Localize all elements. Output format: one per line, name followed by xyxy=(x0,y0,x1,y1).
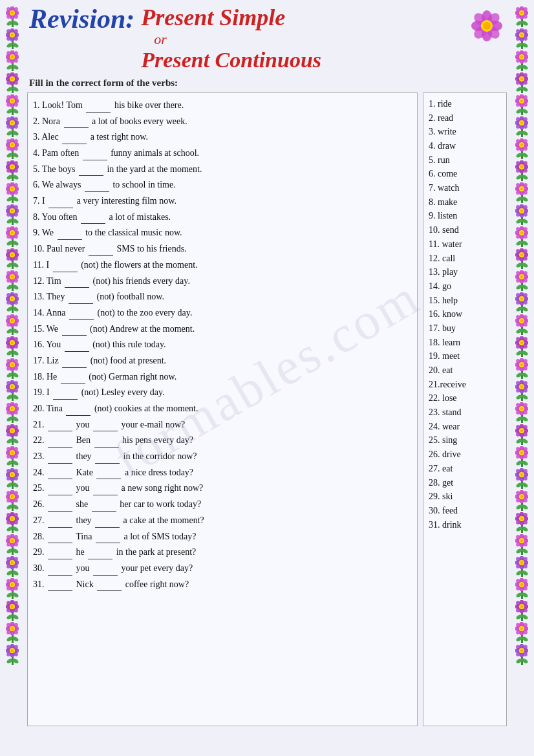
fill-blank[interactable] xyxy=(48,433,72,448)
svg-point-539 xyxy=(520,517,524,521)
word-list-item: 3. write xyxy=(429,125,501,139)
border-flower xyxy=(513,226,531,247)
word-list-item: 1. ride xyxy=(429,97,501,111)
svg-point-259 xyxy=(11,561,14,565)
svg-point-19 xyxy=(11,34,14,37)
border-flower xyxy=(3,6,21,27)
word-list-item: 10. send xyxy=(429,223,501,237)
svg-point-389 xyxy=(520,188,524,191)
title-or: or xyxy=(154,31,167,48)
fill-blank[interactable] xyxy=(95,449,120,464)
fill-blank[interactable] xyxy=(96,465,121,480)
fill-blank[interactable] xyxy=(79,162,103,177)
fill-blank[interactable] xyxy=(93,481,118,495)
fill-blank[interactable] xyxy=(53,385,78,400)
exercise-item: 20. Tina (not) cookies at the moment. xyxy=(33,400,412,416)
border-flower xyxy=(513,116,531,137)
svg-point-169 xyxy=(11,363,14,367)
svg-point-339 xyxy=(520,78,524,81)
fill-blank[interactable] xyxy=(66,401,91,416)
fill-blank[interactable] xyxy=(97,577,122,592)
border-flower xyxy=(513,402,531,423)
exercise-item: 9. We to the classical music now. xyxy=(33,224,412,241)
main-exercise: 1. Look! Tom his bike over there.2. Nora… xyxy=(27,92,418,726)
fill-blank[interactable] xyxy=(48,449,72,464)
border-flower xyxy=(3,490,21,511)
border-flower xyxy=(513,6,531,27)
svg-point-249 xyxy=(11,539,14,543)
svg-point-559 xyxy=(520,561,524,565)
word-list-item: 25. sing xyxy=(429,433,501,448)
fill-blank[interactable] xyxy=(81,210,105,224)
fill-blank[interactable] xyxy=(94,433,119,448)
title-present-continuous: Present Continuous xyxy=(141,48,321,72)
fill-blank[interactable] xyxy=(48,561,72,576)
border-flower xyxy=(513,512,531,533)
border-flower xyxy=(3,204,21,225)
svg-point-219 xyxy=(11,473,14,477)
fill-blank[interactable] xyxy=(65,337,89,352)
exercise-item: 4. Pam often funny animals at school. xyxy=(33,145,412,161)
fill-blank[interactable] xyxy=(48,481,72,495)
fill-blank[interactable] xyxy=(48,529,72,544)
exercise-item: 14. Anna (not) to the zoo every day. xyxy=(33,305,412,321)
border-flower xyxy=(513,534,531,555)
border-flower xyxy=(3,182,21,203)
border-flower xyxy=(3,468,21,489)
fill-blank[interactable] xyxy=(69,289,93,304)
fill-blank[interactable] xyxy=(48,417,72,432)
fill-blank[interactable] xyxy=(89,241,113,256)
word-list-item: 14. go xyxy=(429,279,501,294)
fill-blank[interactable] xyxy=(95,513,120,528)
fill-blank[interactable] xyxy=(48,513,72,528)
border-flower xyxy=(3,380,21,401)
svg-point-419 xyxy=(520,254,524,257)
svg-point-89 xyxy=(11,188,14,191)
fill-blank[interactable] xyxy=(48,497,72,512)
border-flower xyxy=(513,600,531,621)
border-flower xyxy=(3,644,21,665)
word-list-item: 22. lose xyxy=(429,391,501,405)
fill-blank[interactable] xyxy=(65,274,89,288)
fill-blank[interactable] xyxy=(53,257,78,272)
exercise-item: 11. I (not) the flowers at the moment. xyxy=(33,257,412,273)
border-flower xyxy=(513,270,531,291)
svg-point-109 xyxy=(11,232,14,235)
svg-point-519 xyxy=(520,473,524,477)
fill-blank[interactable] xyxy=(62,321,87,336)
fill-blank[interactable] xyxy=(92,497,116,512)
word-list-item: 11. water xyxy=(429,237,501,252)
border-flower xyxy=(3,578,21,599)
border-flower xyxy=(3,248,21,269)
fill-blank[interactable] xyxy=(85,177,109,192)
fill-blank[interactable] xyxy=(88,545,112,559)
fill-blank[interactable] xyxy=(93,561,118,576)
fill-blank[interactable] xyxy=(86,98,111,113)
title-revision: Revision: xyxy=(29,5,134,32)
border-flower xyxy=(3,556,21,577)
svg-point-299 xyxy=(11,649,14,653)
fill-blank[interactable] xyxy=(93,417,118,432)
fill-blank[interactable] xyxy=(96,529,120,544)
fill-blank[interactable] xyxy=(62,353,87,368)
fill-blank[interactable] xyxy=(58,225,82,240)
fill-blank[interactable] xyxy=(48,545,72,559)
fill-blank[interactable] xyxy=(61,369,85,384)
fill-blank[interactable] xyxy=(83,146,107,160)
title-right: Present Simple or Present Continuous xyxy=(141,5,321,72)
word-list-item: 21.receive xyxy=(429,378,501,392)
exercise-item: 24. Kate a nice dress today? xyxy=(33,464,412,481)
border-flower xyxy=(513,556,531,577)
border-flower xyxy=(3,358,21,379)
fill-blank[interactable] xyxy=(62,129,87,144)
word-list-item: 2. read xyxy=(429,111,501,125)
border-right xyxy=(509,0,534,756)
fill-blank[interactable] xyxy=(69,305,94,320)
fill-blank[interactable] xyxy=(48,193,73,208)
fill-blank[interactable] xyxy=(48,577,72,592)
svg-point-49 xyxy=(11,100,14,103)
fill-blank[interactable] xyxy=(48,465,72,480)
svg-point-179 xyxy=(11,385,14,389)
fill-blank[interactable] xyxy=(64,114,89,129)
word-list-item: 8. make xyxy=(429,195,501,210)
